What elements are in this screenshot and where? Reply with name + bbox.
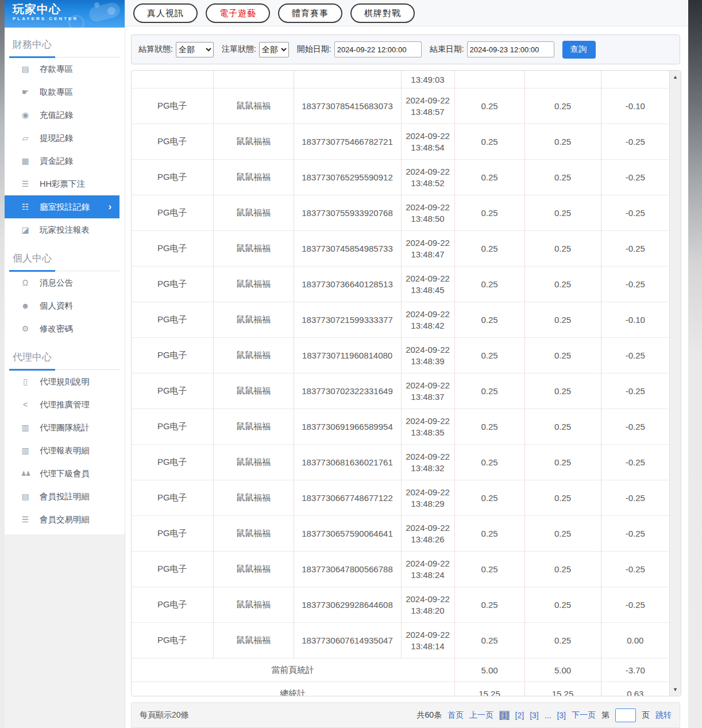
table-row[interactable]: PG电子鼠鼠福福18377307119608140802024-09-2213:… [132, 338, 669, 373]
cell-order-id: 1837730691966589954 [294, 409, 401, 445]
summary-profit: 0.63 [601, 682, 669, 697]
cell-order-id: 1837730647800566788 [294, 552, 401, 587]
jump-link[interactable]: 跳转 [655, 710, 672, 721]
table-row[interactable]: PG电子鼠鼠福福18377306478005667882024-09-2213:… [132, 552, 669, 587]
search-button[interactable]: 查詢 [562, 41, 596, 59]
table-row[interactable]: PG电子鼠鼠福福18377306919665899542024-09-2213:… [132, 409, 669, 445]
sidebar-item-label: 修改密碼 [40, 323, 73, 334]
sidebar-item-代理規則說明[interactable]: ▯代理規則說明 [5, 370, 125, 393]
sidebar-item-代理團隊統計[interactable]: ▥代理團隊統計 [5, 416, 125, 439]
first-page-link[interactable]: 首页 [448, 710, 464, 721]
page-link[interactable]: [2] [515, 711, 524, 720]
sidebar-item-修改密碼[interactable]: ⚙修改密碼 [5, 317, 125, 340]
sidebar-item-充值記錄[interactable]: ◉充值記錄 [5, 103, 125, 126]
cell-valid-bet: 0.25 [524, 623, 601, 658]
table-row[interactable]: PG电子鼠鼠福福18377307652955909122024-09-2213:… [132, 160, 669, 195]
sidebar-item-label: 代理報表明細 [40, 445, 90, 456]
cell-time-line: 13:48:26 [402, 534, 454, 545]
table-row[interactable]: PG电子鼠鼠福福18377307366401285132024-09-2213:… [132, 267, 669, 302]
table-row[interactable]: PG电子鼠鼠福福18377306076149350472024-09-2213:… [132, 623, 669, 658]
sidebar-header: 玩家中心 PLAYERS CENTER [5, 0, 125, 28]
page-link[interactable]: [3] [557, 711, 566, 720]
main-content: 真人視訊電子遊藝體育賽事棋牌對戰 結算狀態: 全部 注單狀態: 全部 開始日期:… [125, 0, 688, 728]
prev-page-link[interactable]: 上一页 [469, 710, 493, 721]
table-summary-row: 當前頁統計5.005.00-3.70 [132, 658, 669, 682]
cell-game: 鼠鼠福福 [213, 302, 294, 338]
table-row[interactable]: PG电子鼠鼠福福18377307559339207682024-09-2213:… [132, 195, 669, 231]
cell-time-line: 13:48:20 [402, 605, 454, 617]
cell-profit: -0.25 [601, 409, 669, 445]
section-title: 個人中心 [9, 248, 120, 271]
member-transaction-icon: ☰ [20, 515, 31, 524]
cell-provider: PG电子 [132, 587, 213, 623]
tab-電子遊藝[interactable]: 電子遊藝 [206, 3, 270, 23]
summary-bet-amount: 5.00 [454, 658, 524, 682]
tab-真人視訊[interactable]: 真人視訊 [133, 3, 198, 23]
cell-valid-bet: 0.25 [524, 552, 601, 587]
tab-棋牌對戰[interactable]: 棋牌對戰 [350, 3, 415, 23]
table-scrollbar[interactable]: ▲ ▼ [669, 71, 681, 696]
cell-order-id: 1837730629928644608 [294, 587, 401, 623]
order-status-select[interactable]: 全部 [259, 42, 289, 57]
cell-game: 鼠鼠福福 [213, 267, 294, 302]
sidebar-item-代理推廣管理[interactable]: <代理推廣管理 [5, 393, 125, 416]
report-detail-icon: ▥ [20, 446, 31, 455]
settle-status-select[interactable]: 全部 [176, 42, 214, 57]
sidebar-section: 個人中心Ω消息公告☻個人資料⚙修改密碼 [5, 241, 125, 340]
cell-game: 鼠鼠福福 [213, 88, 294, 124]
cell-game: 鼠鼠福福 [213, 124, 294, 160]
table-row[interactable]: PG电子鼠鼠福福18377307458549857332024-09-2213:… [132, 231, 669, 267]
page-link[interactable]: [1] [499, 711, 510, 720]
cell-time-line: 13:48:54 [402, 142, 454, 153]
sidebar-item-會員投註明細[interactable]: ▤會員投註明細 [5, 485, 125, 508]
sidebar-item-存款專區[interactable]: ▤存款專區 [5, 57, 125, 80]
cell-date-line: 2024-09-22 [402, 344, 454, 356]
jump-page-input[interactable] [615, 708, 636, 722]
sidebar-item-label: 代理推廣管理 [40, 399, 90, 410]
table-row[interactable]: PG电子鼠鼠福福18377307854156830732024-09-2213:… [132, 88, 669, 124]
tab-體育賽事[interactable]: 體育賽事 [278, 3, 342, 23]
sidebar-item-消息公告[interactable]: Ω消息公告 [5, 271, 125, 294]
sidebar-item-個人資料[interactable]: ☻個人資料 [5, 294, 125, 317]
cell-profit: -0.25 [601, 587, 669, 623]
cell-date-line: 2024-09-22 [402, 95, 454, 106]
end-date-input[interactable] [467, 41, 554, 57]
pagination-controls: 共60条 首页 上一页 [1][2][3]...[3] 下一页 第 页 跳转 [416, 708, 672, 722]
table-row[interactable]: PG电子鼠鼠福福18377306575900646412024-09-2213:… [132, 516, 669, 552]
pagination-bar: 每頁顯示20條 共60条 首页 上一页 [1][2][3]...[3] 下一页 … [131, 702, 680, 728]
sidebar-item-提現記錄[interactable]: ▱提現記錄 [5, 126, 125, 149]
table-row[interactable]: PG电子鼠鼠福福18377306677486771222024-09-2213:… [132, 480, 669, 516]
sidebar-item-廳室投註記錄[interactable]: ☷廳室投註記錄› [5, 195, 119, 218]
cell-date-line: 2024-09-22 [402, 166, 454, 178]
sidebar-item-玩家投注報表[interactable]: ◪玩家投注報表 [5, 218, 125, 241]
sidebar-item-代理報表明細[interactable]: ▥代理報表明細 [5, 439, 125, 462]
cell-bet-amount: 0.25 [454, 445, 524, 480]
start-date-input[interactable] [334, 41, 422, 57]
cell-date-line: 2024-09-22 [402, 558, 454, 569]
cell-profit: -0.25 [601, 124, 669, 160]
scroll-down-arrow-icon[interactable]: ▼ [670, 684, 681, 695]
sidebar-item-取款專區[interactable]: ☛取款專區 [5, 80, 125, 103]
cell-profit: -0.25 [601, 445, 669, 480]
cell-time: 13:49:03 [401, 71, 454, 88]
table-row[interactable]: PG电子鼠鼠福福18377306299286446082024-09-2213:… [132, 587, 669, 623]
table-row[interactable]: PG电子鼠鼠福福18377306816360217612024-09-2213:… [132, 445, 669, 480]
page-link[interactable]: [3] [530, 711, 539, 720]
table-row[interactable]: PG电子鼠鼠福福18377307215993333772024-09-2213:… [132, 302, 669, 338]
sidebar-item-會員交易明細[interactable]: ☰會員交易明細 [5, 508, 125, 531]
sidebar-item-HH彩票下注[interactable]: ☰HH彩票下注 [5, 172, 125, 195]
table-row[interactable]: PG电子鼠鼠福福18377307754667827212024-09-2213:… [132, 124, 669, 160]
cell-time: 2024-09-2213:48:39 [401, 338, 454, 373]
sidebar-item-label: 取款專區 [40, 87, 73, 98]
sidebar-item-代理下級會員[interactable]: ♟♟代理下級會員 [5, 462, 125, 485]
page-right-backdrop [688, 0, 702, 728]
bell-icon: Ω [20, 278, 31, 287]
scroll-up-arrow-icon[interactable]: ▲ [670, 72, 681, 82]
cell-bet-amount: 0.25 [454, 623, 524, 658]
cell-provider: PG电子 [132, 267, 213, 302]
next-page-link[interactable]: 下一页 [572, 710, 596, 721]
sidebar-item-資金記錄[interactable]: ▦資金記錄 [5, 149, 125, 172]
cell-provider: PG电子 [132, 124, 213, 160]
table-row[interactable]: PG电子鼠鼠福福18377307023223316492024-09-2213:… [132, 373, 669, 409]
page-number-links: [1][2][3]...[3] [499, 711, 566, 720]
